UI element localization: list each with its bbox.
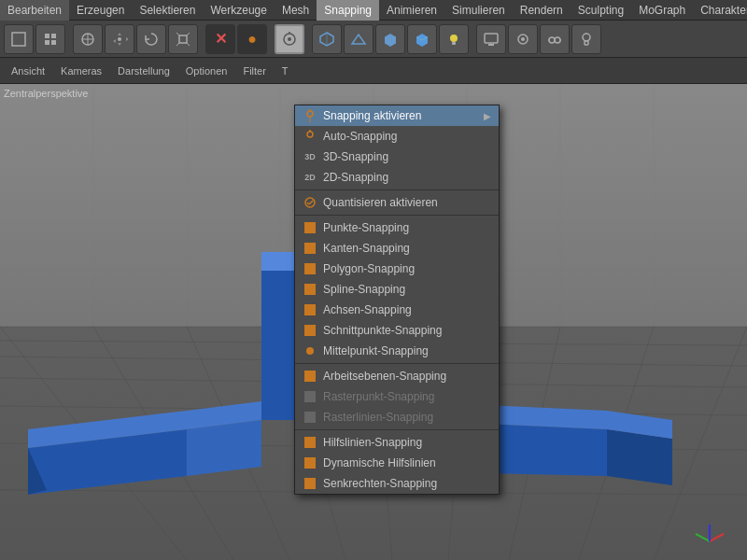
arbeitsebenen-snapping-icon [303, 369, 317, 384]
menu-simulieren[interactable]: Simulieren [444, 0, 513, 21]
dropdown-item-label: Quantisieren aktivieren [323, 196, 438, 209]
toolbar-btn-display[interactable] [476, 24, 506, 54]
toolbar-btn-lights[interactable] [439, 24, 469, 54]
dropdown-item-label: Mittelpunkt-Snapping [323, 344, 429, 357]
svg-marker-66 [607, 429, 672, 485]
menu-snapping[interactable]: Snapping [317, 0, 379, 21]
viewport-label: Zentralperspektive [4, 88, 89, 99]
dropdown-snapping-aktivieren[interactable]: Snapping aktivieren ▶ [295, 105, 499, 126]
menu-mograph[interactable]: MoGraph [631, 0, 693, 21]
toolbar-t[interactable]: T [275, 60, 296, 82]
menu-sculpting[interactable]: Sculpting [571, 0, 631, 21]
snapping-aktivieren-icon [303, 108, 317, 123]
menu-mesh[interactable]: Mesh [275, 0, 317, 21]
dropdown-schnittpunkte-snapping[interactable]: Schnittpunkte-Snapping [295, 320, 499, 341]
dropdown-2d-snapping[interactable]: 2D 2D-Snapping [295, 167, 499, 188]
dropdown-item-label: Polygon-Snapping [323, 262, 415, 275]
toolbar-btn-1[interactable] [4, 24, 34, 54]
dropdown-item-label: Senkrechten-Snapping [323, 477, 437, 490]
circle-orange-icon: ● [247, 31, 257, 48]
toolbar-btn-glasses[interactable] [540, 24, 570, 54]
svg-line-11 [187, 33, 190, 35]
hilfslinien-snapping-icon [303, 435, 317, 450]
toolbar-btn-x[interactable]: ✕ [205, 24, 235, 54]
svg-marker-62 [187, 420, 261, 476]
svg-point-80 [307, 132, 313, 137]
3d-badge: 3D [304, 152, 316, 161]
dropdown-kanten-snapping[interactable]: Kanten-Snapping [295, 238, 499, 259]
dropdown-quantisieren[interactable]: Quantisieren aktivieren [295, 192, 499, 213]
menu-animieren[interactable]: Animieren [379, 0, 444, 21]
options-menu[interactable]: Optionen [178, 60, 235, 82]
display-menu[interactable]: Darstellung [110, 60, 177, 82]
toolbar-btn-3[interactable] [73, 24, 103, 54]
svg-rect-20 [485, 34, 498, 43]
menu-selektieren[interactable]: Selektieren [132, 0, 203, 21]
polygon-snapping-icon [303, 261, 317, 276]
toolbar-btn-solid[interactable] [375, 24, 405, 54]
toolbar-btn-camera[interactable] [508, 24, 538, 54]
dropdown-dynamische-hilfslinien[interactable]: Dynamische Hilfslinien [295, 453, 499, 473]
svg-rect-0 [12, 33, 25, 46]
filter-menu[interactable]: Filter [235, 60, 273, 82]
dropdown-3d-snapping[interactable]: 3D 3D-Snapping [295, 147, 499, 167]
svg-rect-1 [45, 34, 49, 38]
toolbar-btn-cube[interactable] [312, 24, 342, 54]
svg-line-12 [176, 43, 179, 46]
toolbar-btn-rotate[interactable] [136, 24, 166, 54]
toolbar-btn-2[interactable] [35, 24, 65, 54]
main-toolbar: ✕ ● [0, 21, 747, 58]
dropdown-rasterlinien-snapping: Rasterlinien-Snapping [295, 407, 499, 427]
dynamische-hilfslinien-icon [303, 455, 317, 470]
menu-rendern[interactable]: Rendern [513, 0, 571, 21]
toolbar-btn-bulb[interactable] [571, 24, 601, 54]
snapping-dropdown: Snapping aktivieren ▶ Auto-Snapping 3D 3… [294, 105, 500, 495]
toolbar-btn-orange[interactable]: ● [237, 24, 267, 54]
dropdown-mittelpunkt-snapping[interactable]: Mittelpunkt-Snapping [295, 341, 499, 361]
svg-point-29 [583, 34, 590, 41]
dropdown-item-label: Dynamische Hilfslinien [323, 456, 436, 469]
dropdown-item-label: Rasterpunkt-Snapping [323, 390, 434, 403]
dropdown-item-label: Hilfslinien-Snapping [323, 436, 422, 449]
dropdown-item-label: Spline-Snapping [323, 283, 405, 296]
svg-point-18 [450, 35, 458, 42]
dropdown-item-label: 3D-Snapping [323, 150, 388, 163]
2d-snapping-icon: 2D [303, 170, 317, 185]
dropdown-rasterpunkt-snapping: Rasterpunkt-Snapping [295, 386, 499, 407]
schnittpunkte-snapping-icon [303, 323, 317, 338]
toolbar-btn-move[interactable] [105, 24, 134, 54]
separator-1 [295, 189, 499, 190]
dropdown-polygon-snapping[interactable]: Polygon-Snapping [295, 259, 499, 279]
toolbar-btn-snapping[interactable] [275, 24, 304, 54]
dropdown-hilfslinien-snapping[interactable]: Hilfslinien-Snapping [295, 432, 499, 453]
cameras-menu[interactable]: Kameras [53, 60, 109, 82]
dropdown-arbeitsebenen-snapping[interactable]: Arbeitsebenen-Snapping [295, 366, 499, 386]
punkte-snapping-icon [303, 220, 317, 235]
svg-rect-2 [51, 34, 56, 38]
toolbar-btn-texture[interactable] [407, 24, 437, 54]
menu-bearbeiten[interactable]: Bearbeiten [0, 0, 69, 21]
2d-badge: 2D [304, 173, 316, 182]
svg-rect-3 [45, 40, 49, 45]
dropdown-item-label: Arbeitsebenen-Snapping [323, 370, 446, 383]
svg-line-84 [309, 201, 313, 204]
separator-2 [295, 215, 499, 216]
dropdown-senkrechten-snapping[interactable]: Senkrechten-Snapping [295, 473, 499, 494]
separator-3 [295, 363, 499, 364]
dropdown-achsen-snapping[interactable]: Achsen-Snapping [295, 300, 499, 320]
viewport[interactable]: Zentralperspektive [0, 84, 747, 560]
toolbar-btn-wire[interactable] [344, 24, 374, 54]
svg-rect-9 [179, 35, 187, 43]
svg-point-8 [118, 37, 121, 41]
dropdown-auto-snapping[interactable]: Auto-Snapping [295, 126, 499, 147]
view-menu[interactable]: Ansicht [4, 60, 52, 82]
menu-werkzeuge[interactable]: Werkzeuge [203, 0, 274, 21]
dropdown-spline-snapping[interactable]: Spline-Snapping [295, 279, 499, 300]
menu-bar: Bearbeiten Erzeugen Selektieren Werkzeug… [0, 0, 747, 21]
toolbar-btn-scale[interactable] [168, 24, 198, 54]
achsen-snapping-icon [303, 302, 317, 317]
dropdown-punkte-snapping[interactable]: Punkte-Snapping [295, 217, 499, 238]
dropdown-item-label: Kanten-Snapping [323, 242, 410, 255]
menu-erzeugen[interactable]: Erzeugen [69, 0, 132, 21]
menu-charakter[interactable]: Charakter [693, 0, 747, 21]
